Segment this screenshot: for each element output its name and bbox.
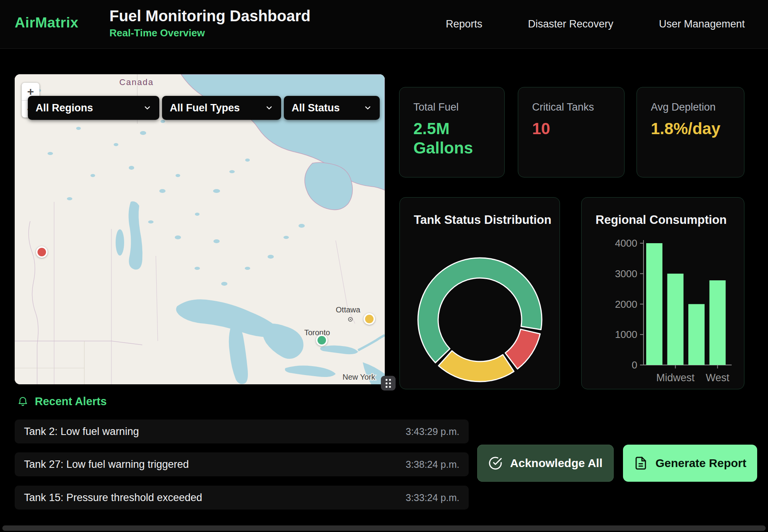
map-canvas[interactable]: Canada Ottawa Toronto New York + − All R… [15,74,385,384]
nav-user-management[interactable]: User Management [659,18,745,30]
map-label-canada: Canada [119,77,154,87]
acknowledge-all-button[interactable]: Acknowledge All [477,445,614,482]
chart-title: Tank Status Distribution [414,213,551,227]
alert-time: 3:38:24 p.m. [406,459,459,470]
stat-label: Avg Depletion [651,101,716,113]
generate-report-button[interactable]: Generate Report [623,445,757,482]
chevron-down-icon [364,104,372,112]
alert-text: Tank 15: Pressure threshold exceeded [24,492,202,504]
tank-status-distribution-card: Tank Status Distribution [399,197,560,389]
main-nav: Reports Disaster Recovery User Managemen… [446,0,745,48]
fuel-monitoring-dashboard: AirMatrix Fuel Monitoring Dashboard Real… [0,0,768,532]
alert-row[interactable]: Tank 27: Low fuel warning triggered 3:38… [15,452,469,476]
stat-label: Total Fuel [413,101,459,113]
filter-fuel-types-select[interactable]: All Fuel Types [162,96,281,120]
app-header: AirMatrix Fuel Monitoring Dashboard Real… [0,0,768,49]
filter-regions-select[interactable]: All Regions [28,96,159,120]
check-circle-icon [488,456,502,470]
map-filters: All Regions All Fuel Types All Status [28,96,380,120]
alert-row[interactable]: Tank 2: Low fuel warning 3:43:29 p.m. [15,419,469,443]
donut-segment-critical [505,329,540,369]
alert-text: Tank 2: Low fuel warning [24,426,139,438]
recent-alerts-title: Recent Alerts [35,395,107,408]
regional-consumption-bar-chart: 01000200030004000MidwestWest [582,198,745,390]
alert-text: Tank 27: Low fuel warning triggered [24,459,189,471]
x-tick-label: Midwest [656,372,695,384]
y-tick-label: 1000 [615,329,637,340]
filter-status-select[interactable]: All Status [284,96,380,120]
chevron-down-icon [265,104,273,112]
stat-label: Critical Tanks [532,101,594,113]
bell-icon [17,396,29,408]
map-label-toronto: Toronto [304,328,330,337]
tank-marker-warning[interactable] [364,313,375,325]
horizontal-scrollbar[interactable] [2,525,766,531]
brand-logo: AirMatrix [15,15,79,31]
stat-card-total-fuel: Total Fuel 2.5M Gallons [399,87,505,177]
stat-card-avg-depletion: Avg Depletion 1.8%/day [637,87,744,177]
stat-card-critical-tanks: Critical Tanks 10 [518,87,625,177]
acknowledge-all-label: Acknowledge All [510,457,602,470]
y-tick-label: 4000 [615,237,637,249]
tank-marker-critical[interactable] [36,246,48,258]
y-tick-label: 3000 [615,268,637,280]
recent-alerts-header: Recent Alerts [17,395,107,408]
alert-row[interactable]: Tank 15: Pressure threshold exceeded 3:3… [15,486,469,510]
y-tick-label: 0 [632,359,637,371]
page-title: Fuel Monitoring Dashboard [109,7,311,25]
consumption-bar [688,304,705,365]
filter-status-value: All Status [292,102,340,114]
y-tick-label: 2000 [615,298,637,310]
file-text-icon [634,456,648,470]
consumption-bar [710,280,726,365]
title-block: Fuel Monitoring Dashboard Real-Time Over… [109,7,311,39]
nav-disaster-recovery[interactable]: Disaster Recovery [528,18,613,30]
stat-value: 2.5M Gallons [413,119,493,158]
map-label-ottawa: Ottawa [336,305,360,314]
stat-value: 1.8%/day [651,119,732,138]
x-tick-label: West [706,372,730,384]
alert-time: 3:43:29 p.m. [406,426,459,437]
donut-segment-warning [439,351,514,382]
stat-value: 10 [532,119,613,138]
map-resize-handle[interactable] [381,376,396,390]
consumption-bar [646,243,662,365]
chevron-down-icon [143,104,152,112]
map-tiles: Canada Ottawa Toronto New York [15,74,385,384]
filter-regions-value: All Regions [36,102,93,114]
filter-fuel-types-value: All Fuel Types [170,102,240,114]
tank-status-donut-chart [413,253,546,386]
page-subtitle: Real-Time Overview [109,27,311,39]
consumption-bar [667,274,684,365]
nav-reports[interactable]: Reports [446,18,483,30]
map-label-new-york: New York [343,373,375,381]
alert-time: 3:33:24 p.m. [406,492,459,503]
regional-consumption-card: Regional Consumption 01000200030004000Mi… [581,197,744,389]
generate-report-label: Generate Report [655,457,746,470]
